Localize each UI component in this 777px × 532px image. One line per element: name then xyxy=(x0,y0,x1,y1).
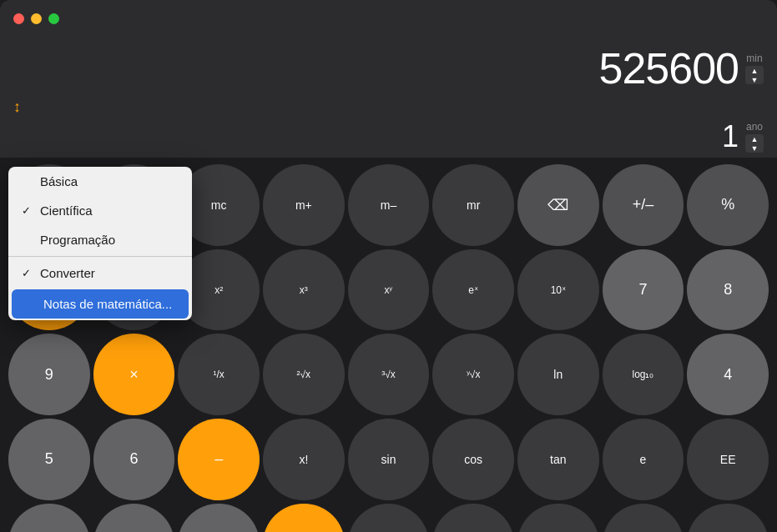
display-divider: ↕ xyxy=(13,95,764,119)
btn-ln[interactable]: ln xyxy=(517,334,599,415)
btn-factorial[interactable]: x! xyxy=(263,419,345,500)
menu-item-cientifica[interactable]: ✓ Científica xyxy=(8,196,192,225)
menu-item-programacao[interactable]: Programação xyxy=(8,225,192,254)
stepper-up-icon[interactable]: ▲ xyxy=(745,66,764,75)
display-area: 525600 min ▲ ▼ ↕ 1 ano ▲ ▼ xyxy=(0,37,777,158)
btn-plus[interactable]: + xyxy=(263,504,345,532)
menu-checkmark-cientifica: ✓ xyxy=(22,204,33,217)
display-top: 525600 min ▲ ▼ xyxy=(13,43,764,93)
btn-ex[interactable]: eˣ xyxy=(432,249,514,331)
secondary-unit-selector[interactable]: ano ▲ ▼ xyxy=(745,121,764,153)
btn-mplus[interactable]: m+ xyxy=(263,164,345,246)
btn-plusminus[interactable]: +/– xyxy=(603,164,684,246)
secondary-display-value: 1 xyxy=(722,119,739,154)
calculator-window: 525600 min ▲ ▼ ↕ 1 ano ▲ ▼ xyxy=(0,0,777,532)
dropdown-menu: Básica ✓ Científica Programação ✓ Conver… xyxy=(8,167,192,320)
secondary-stepper-up-icon[interactable]: ▲ xyxy=(745,134,764,143)
minimize-button[interactable] xyxy=(31,13,42,24)
secondary-stepper-down-icon[interactable]: ▼ xyxy=(745,143,764,153)
menu-label-notas: Notas de matemática... xyxy=(43,297,172,311)
btn-sinh[interactable]: sinh xyxy=(432,504,514,532)
secondary-unit-label: ano xyxy=(746,121,763,133)
btn-3[interactable]: 3 xyxy=(178,504,260,532)
menu-label-programacao: Programação xyxy=(40,233,115,247)
btn-4[interactable]: 4 xyxy=(687,334,769,415)
menu-label-basica: Básica xyxy=(40,174,78,188)
main-unit-label: min xyxy=(746,53,762,64)
menu-divider xyxy=(8,256,192,257)
btn-sin[interactable]: sin xyxy=(348,419,430,500)
menu-label-cientifica: Científica xyxy=(40,203,93,218)
btn-percent[interactable]: % xyxy=(687,164,769,246)
btn-pi[interactable]: π xyxy=(687,504,769,532)
btn-minus[interactable]: – xyxy=(178,419,260,500)
main-display-value: 525600 xyxy=(598,43,739,93)
btn-x3[interactable]: x³ xyxy=(263,249,345,331)
traffic-lights xyxy=(13,13,59,24)
menu-item-notas[interactable]: Notas de matemática... xyxy=(12,289,189,319)
title-bar xyxy=(0,0,777,37)
btn-sqrt2[interactable]: ²√x xyxy=(263,334,345,415)
btn-tan[interactable]: tan xyxy=(517,419,599,500)
btn-sqrty[interactable]: ʸ√x xyxy=(432,334,514,415)
btn-9[interactable]: 9 xyxy=(8,334,90,415)
stepper-down-icon[interactable]: ▼ xyxy=(745,75,764,84)
btn-cosh[interactable]: cosh xyxy=(517,504,599,532)
btn-mr[interactable]: mr xyxy=(432,164,514,246)
btn-cos[interactable]: cos xyxy=(432,419,514,500)
maximize-button[interactable] xyxy=(48,13,59,24)
btn-sqrt3[interactable]: ³√x xyxy=(348,334,430,415)
btn-mminus[interactable]: m– xyxy=(348,164,430,246)
display-bottom: 1 ano ▲ ▼ xyxy=(13,119,764,154)
btn-calc-icon[interactable]: 🖩 xyxy=(348,504,430,532)
btn-7[interactable]: 7 xyxy=(603,249,684,331)
btn-5[interactable]: 5 xyxy=(8,419,90,500)
main-unit-selector[interactable]: min ▲ ▼ xyxy=(745,53,764,84)
btn-6[interactable]: 6 xyxy=(93,419,175,500)
btn-10x[interactable]: 10ˣ xyxy=(517,249,599,331)
btn-tanh[interactable]: tanh xyxy=(603,504,684,532)
btn-1x[interactable]: ¹/x xyxy=(178,334,260,415)
menu-item-basica[interactable]: Básica xyxy=(8,167,192,196)
btn-log10[interactable]: log₁₀ xyxy=(603,334,684,415)
btn-8[interactable]: 8 xyxy=(687,249,769,331)
btn-xy[interactable]: xʸ xyxy=(348,249,430,331)
main-unit-stepper[interactable]: ▲ ▼ xyxy=(745,66,764,84)
menu-item-converter[interactable]: ✓ Converter xyxy=(8,258,192,288)
btn-2[interactable]: 2 xyxy=(93,504,175,532)
btn-ee[interactable]: EE xyxy=(687,419,769,500)
menu-label-converter: Converter xyxy=(40,266,95,280)
swap-icon[interactable]: ↕ xyxy=(13,98,21,116)
btn-backspace[interactable]: ⌫ xyxy=(517,164,599,246)
secondary-unit-stepper[interactable]: ▲ ▼ xyxy=(745,134,764,153)
btn-e[interactable]: e xyxy=(603,419,684,500)
close-button[interactable] xyxy=(13,13,24,24)
menu-checkmark-converter: ✓ xyxy=(22,267,33,279)
btn-multiply[interactable]: × xyxy=(93,334,175,415)
btn-1[interactable]: 1 xyxy=(8,504,90,532)
